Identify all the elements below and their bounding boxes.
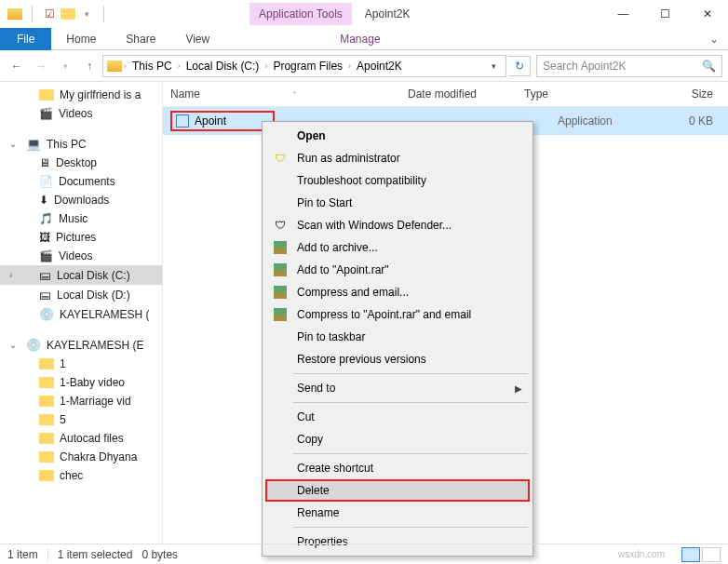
- ctx-compress-apoint-email[interactable]: Compress to "Apoint.rar" and email: [265, 303, 530, 326]
- ctx-pin-start[interactable]: Pin to Start: [265, 192, 530, 214]
- collapse-icon[interactable]: ⌄: [9, 340, 17, 350]
- quick-access-item[interactable]: My girlfriend is a: [0, 86, 162, 104]
- tree-desktop[interactable]: 🖥Desktop: [0, 154, 162, 172]
- collapse-icon[interactable]: ⌄: [9, 139, 17, 149]
- tree-downloads[interactable]: ⬇Downloads: [0, 191, 162, 209]
- view-tab[interactable]: View: [170, 29, 224, 49]
- tree-folder[interactable]: Autocad files: [0, 429, 162, 448]
- ctx-defender[interactable]: 🛡Scan with Windows Defender...: [265, 214, 530, 236]
- tree-local-disk-d[interactable]: 🖴Local Disk (D:): [0, 285, 162, 304]
- application-tools-tab[interactable]: Application Tools: [249, 3, 352, 25]
- separator: [293, 527, 528, 528]
- column-name[interactable]: Nameˆ: [170, 87, 408, 101]
- tree-label: Chakra Dhyana: [60, 450, 137, 463]
- ctx-open[interactable]: Open: [265, 125, 530, 147]
- qat-dropdown-icon[interactable]: ▾: [79, 7, 94, 21]
- breadcrumb-c[interactable]: Local Disk (C:): [182, 60, 263, 73]
- tree-label: Pictures: [56, 231, 96, 244]
- column-size[interactable]: Size: [631, 87, 721, 101]
- rar-icon: [273, 285, 288, 300]
- tree-label: Autocad files: [60, 432, 124, 445]
- tree-dvd-drive[interactable]: 💿KAYELRAMESH (: [0, 304, 162, 324]
- chevron-right-icon[interactable]: ›: [124, 61, 127, 71]
- tree-folder[interactable]: Chakra Dhyana: [0, 448, 162, 466]
- ctx-add-apoint-rar[interactable]: Add to "Apoint.rar": [265, 259, 530, 281]
- ctx-compress-email[interactable]: Compress and email...: [265, 281, 530, 303]
- tree-label: 1-Marriage vid: [60, 395, 131, 408]
- share-tab[interactable]: Share: [111, 29, 170, 49]
- expand-icon[interactable]: ›: [9, 270, 12, 280]
- maximize-button[interactable]: ☐: [644, 0, 686, 28]
- tree-local-disk-c[interactable]: ›🖴Local Disk (C:): [0, 265, 162, 285]
- ctx-copy[interactable]: Copy: [265, 428, 530, 450]
- tree-label: Documents: [59, 175, 115, 188]
- ctx-label: Compress to "Apoint.rar" and email: [297, 308, 471, 321]
- ctx-pin-taskbar[interactable]: Pin to taskbar: [265, 326, 530, 348]
- forward-button[interactable]: →: [30, 55, 52, 77]
- title-bar: ☑ ▾ Application Tools Apoint2K — ☐ ✕: [0, 0, 728, 28]
- breadcrumb-apoint2k[interactable]: Apoint2K: [353, 60, 406, 73]
- ctx-create-shortcut[interactable]: Create shortcut: [265, 457, 530, 479]
- tree-documents[interactable]: 📄Documents: [0, 172, 162, 191]
- divider: [32, 6, 33, 22]
- ctx-delete[interactable]: Delete: [265, 479, 530, 502]
- column-type[interactable]: Type: [524, 87, 631, 101]
- tree-folder[interactable]: 5: [0, 410, 162, 429]
- ctx-rename[interactable]: Rename: [265, 502, 530, 524]
- ctx-label: Compress and email...: [297, 286, 409, 299]
- breadcrumb-this-pc[interactable]: This PC: [128, 60, 176, 73]
- tree-folder[interactable]: 1-Baby video: [0, 373, 162, 392]
- tree-label: Desktop: [56, 156, 97, 169]
- quick-access-item[interactable]: 🎬Videos: [0, 104, 162, 123]
- ctx-add-archive[interactable]: Add to archive...: [265, 236, 530, 259]
- status-selected: 1 item selected: [58, 548, 133, 561]
- view-toggle: [681, 547, 721, 562]
- refresh-button[interactable]: ↻: [508, 56, 531, 76]
- watermark: wsxdn.com: [618, 549, 665, 559]
- chevron-right-icon[interactable]: ›: [178, 61, 181, 71]
- home-tab[interactable]: Home: [51, 29, 111, 49]
- up-button[interactable]: ↑: [78, 55, 101, 77]
- navigation-tree[interactable]: My girlfriend is a 🎬Videos ⌄💻This PC 🖥De…: [0, 82, 163, 544]
- ctx-troubleshoot[interactable]: Troubleshoot compatibility: [265, 169, 530, 192]
- chevron-right-icon[interactable]: ›: [264, 61, 267, 71]
- tree-folder[interactable]: chec: [0, 466, 162, 485]
- thumbnails-view-button[interactable]: [702, 547, 721, 562]
- tree-label: Videos: [59, 107, 92, 120]
- ctx-run-admin[interactable]: 🛡Run as administrator: [265, 147, 530, 169]
- ctx-restore-previous[interactable]: Restore previous versions: [265, 348, 530, 370]
- tree-folder[interactable]: 1-Marriage vid: [0, 392, 162, 410]
- address-dropdown-icon[interactable]: ▾: [485, 61, 502, 71]
- chevron-right-icon[interactable]: ›: [348, 61, 351, 71]
- manage-tab[interactable]: Manage: [325, 29, 395, 49]
- tree-videos[interactable]: 🎬Videos: [0, 247, 162, 265]
- tree-label: KAYELRAMESH (E: [47, 339, 143, 352]
- ribbon-expand-icon[interactable]: ⌄: [700, 33, 728, 46]
- minimize-button[interactable]: —: [602, 0, 644, 28]
- search-icon[interactable]: 🔍: [702, 60, 716, 73]
- tree-external-drive[interactable]: ⌄💿KAYELRAMESH (E: [0, 335, 162, 355]
- breadcrumb-program-files[interactable]: Program Files: [269, 60, 346, 73]
- tree-music[interactable]: 🎵Music: [0, 209, 162, 228]
- details-view-button[interactable]: [681, 547, 700, 562]
- search-input[interactable]: Search Apoint2K 🔍: [536, 55, 722, 77]
- separator: [293, 453, 528, 454]
- new-folder-icon[interactable]: [61, 7, 75, 21]
- defender-icon: 🛡: [273, 218, 288, 233]
- tree-pictures[interactable]: 🖼Pictures: [0, 228, 162, 247]
- file-tab[interactable]: File: [0, 28, 51, 50]
- ctx-send-to[interactable]: Send to▶: [265, 377, 530, 399]
- ribbon-tabs: File Home Share View Manage ⌄: [0, 28, 728, 50]
- properties-icon[interactable]: ☑: [42, 7, 57, 21]
- window-title: Apoint2K: [365, 7, 411, 20]
- close-button[interactable]: ✕: [686, 0, 728, 28]
- address-path[interactable]: › This PC › Local Disk (C:) › Program Fi…: [102, 55, 506, 77]
- tree-folder[interactable]: 1: [0, 355, 162, 373]
- column-date[interactable]: Date modified: [408, 87, 524, 101]
- back-button[interactable]: ←: [6, 55, 28, 77]
- this-pc-node[interactable]: ⌄💻This PC: [0, 134, 162, 154]
- folder-icon: [107, 59, 122, 74]
- ctx-cut[interactable]: Cut: [265, 406, 530, 428]
- rar-icon: [273, 262, 288, 277]
- recent-dropdown[interactable]: ▾: [54, 55, 76, 77]
